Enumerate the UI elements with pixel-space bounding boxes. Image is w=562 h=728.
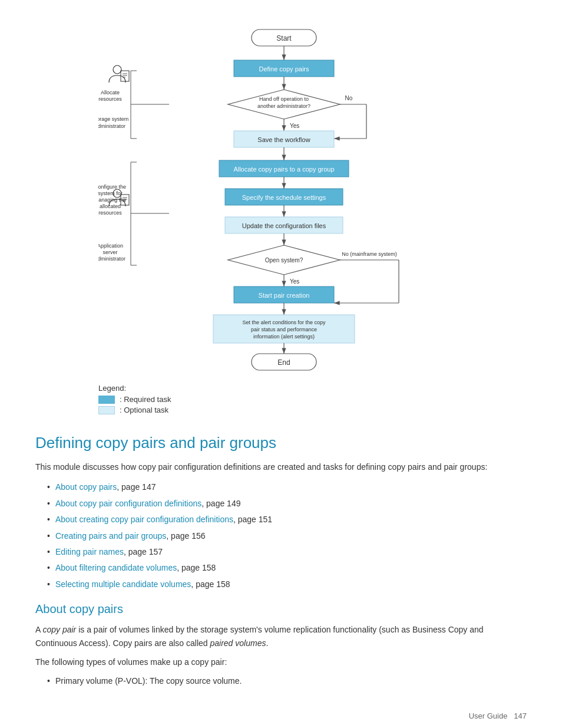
about-para2: The following types of volumes make up a…: [35, 655, 527, 668]
svg-text:resources: resources: [98, 96, 122, 102]
list-item-pvol: Primary volume (P-VOL): The copy source …: [47, 674, 527, 687]
subsection-title-about: About copy pairs: [35, 602, 527, 616]
legend: Legend: : Required task : Optional task: [98, 384, 464, 414]
italic-copy-pair: copy pair: [42, 625, 76, 634]
pvol-text: Primary volume (P-VOL): The copy source …: [55, 676, 242, 686]
svg-text:Define copy pairs: Define copy pairs: [259, 65, 309, 73]
link-about-creating-defs[interactable]: About creating copy pair configuration d…: [55, 515, 233, 524]
svg-text:Storage system: Storage system: [98, 116, 128, 122]
svg-text:Start pair creation: Start pair creation: [259, 292, 310, 299]
list-item-5: Editing pair names, page 157: [47, 545, 527, 558]
legend-required-box: [98, 396, 115, 404]
svg-text:server: server: [103, 249, 117, 255]
legend-title: Legend:: [98, 384, 464, 393]
svg-text:another administrator?: another administrator?: [257, 103, 310, 109]
legend-required: : Required task: [98, 395, 464, 404]
svg-text:administrator: administrator: [98, 123, 125, 129]
about-para1: A copy pair is a pair of volumes linked …: [35, 623, 527, 650]
list-item-2: About copy pair configuration definition…: [47, 497, 527, 510]
flowchart-section: Allocate resources Storage system admini…: [35, 12, 527, 416]
volume-types-list: Primary volume (P-VOL): The copy source …: [47, 674, 527, 687]
svg-text:Update the configuration files: Update the configuration files: [242, 222, 326, 229]
svg-text:Allocate: Allocate: [101, 90, 120, 95]
svg-text:Yes: Yes: [290, 278, 299, 285]
page-ref-1: , page 147: [117, 482, 156, 492]
flowchart-wrapper: Allocate resources Storage system admini…: [98, 12, 464, 416]
topic-list: About copy pairs, page 147 About copy pa…: [47, 480, 527, 591]
section-title: Defining copy pairs and pair groups: [35, 434, 527, 452]
page-ref-3: , page 151: [233, 515, 272, 524]
svg-text:Start: Start: [276, 34, 292, 42]
svg-text:Application: Application: [98, 243, 123, 249]
legend-optional: : Optional task: [98, 406, 464, 414]
flowchart-svg: Allocate resources Storage system admini…: [98, 12, 464, 377]
svg-text:information (alert settings): information (alert settings): [253, 334, 315, 340]
svg-text:system for: system for: [98, 190, 123, 196]
link-creating-pairs[interactable]: Creating pairs and pair groups: [55, 531, 166, 541]
svg-text:No (mainframe system): No (mainframe system): [342, 251, 397, 257]
footer-label: User Guide: [469, 711, 508, 720]
page-ref-5: , page 157: [124, 547, 163, 556]
svg-text:Specify the schedule settings: Specify the schedule settings: [242, 194, 326, 201]
svg-text:Open system?: Open system?: [265, 257, 303, 263]
svg-text:Yes: Yes: [290, 123, 299, 129]
legend-optional-label: : Optional task: [120, 406, 168, 414]
svg-text:Save the workflow: Save the workflow: [257, 136, 310, 143]
svg-point-1: [113, 65, 121, 74]
page-footer: User Guide 147: [35, 711, 527, 720]
list-item-7: Selecting multiple candidate volumes, pa…: [47, 578, 527, 591]
link-editing-names[interactable]: Editing pair names: [55, 547, 124, 556]
svg-text:Configure the: Configure the: [98, 184, 126, 190]
link-about-config-defs[interactable]: About copy pair configuration definition…: [55, 499, 201, 508]
link-selecting-volumes[interactable]: Selecting multiple candidate volumes: [55, 579, 191, 589]
italic-paired-volumes: paired volumes: [210, 638, 266, 648]
svg-text:managing the: managing the: [98, 197, 126, 203]
svg-text:End: End: [277, 358, 290, 367]
svg-text:allocated: allocated: [100, 203, 121, 209]
svg-text:Allocate copy pairs to a copy : Allocate copy pairs to a copy group: [233, 166, 334, 173]
list-item-6: About filtering candidate volumes, page …: [47, 561, 527, 574]
svg-text:resources: resources: [98, 210, 122, 216]
list-item-1: About copy pairs, page 147: [47, 480, 527, 493]
link-about-copy-pairs[interactable]: About copy pairs: [55, 482, 117, 492]
svg-text:administrator: administrator: [98, 256, 125, 262]
page-ref-4: , page 156: [166, 531, 205, 541]
page-ref-7: , page 158: [191, 579, 230, 589]
svg-text:No: No: [345, 95, 353, 101]
link-filtering-volumes[interactable]: About filtering candidate volumes: [55, 563, 177, 572]
list-item-4: Creating pairs and pair groups, page 156: [47, 529, 527, 542]
footer-page: 147: [514, 711, 527, 720]
legend-optional-box: [98, 406, 115, 414]
svg-text:Hand off operation to: Hand off operation to: [259, 96, 309, 102]
list-item-3: About creating copy pair configuration d…: [47, 513, 527, 526]
page-ref-6: , page 158: [177, 563, 216, 572]
section-intro: This module discusses how copy pair conf…: [35, 460, 527, 473]
svg-text:Set the alert conditions for t: Set the alert conditions for the copy: [242, 319, 326, 325]
page-ref-2: , page 149: [201, 499, 240, 508]
svg-text:pair status and performance: pair status and performance: [251, 327, 317, 332]
legend-required-label: : Required task: [120, 395, 171, 404]
